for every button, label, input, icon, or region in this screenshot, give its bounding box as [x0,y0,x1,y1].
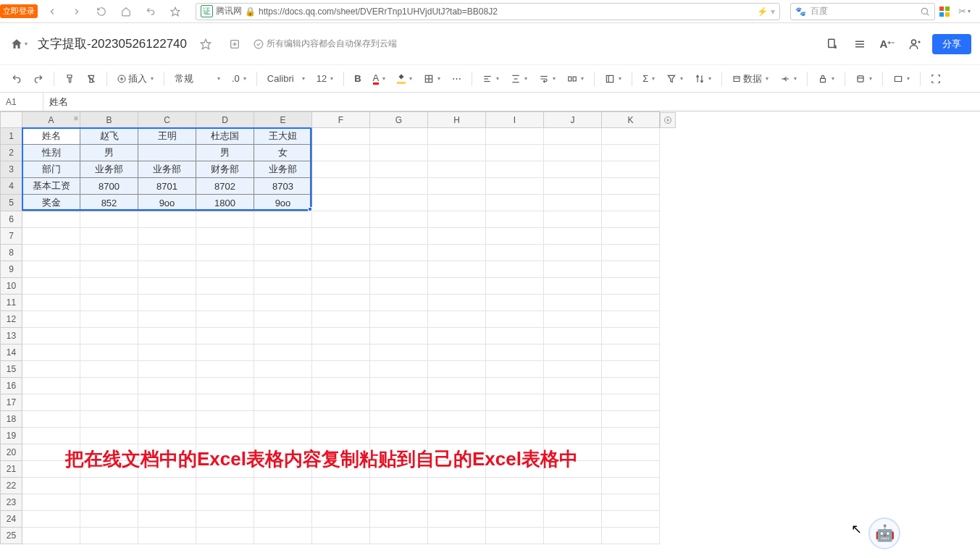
cell[interactable] [544,394,602,411]
cell[interactable] [22,228,80,245]
cell[interactable] [196,228,254,245]
row-header[interactable]: 16 [1,378,22,394]
cell[interactable] [602,444,660,461]
cell[interactable] [312,261,370,278]
format-painter-button[interactable] [60,69,79,89]
cell[interactable] [312,295,370,311]
cell[interactable] [312,128,370,145]
cell[interactable] [544,311,602,328]
row-header[interactable]: 22 [1,478,22,494]
cell[interactable] [138,361,196,378]
reload-button[interactable] [91,1,112,22]
row-header[interactable]: 1 [1,128,22,145]
cell[interactable] [80,261,138,278]
number-format-select[interactable]: 常规▾ [170,69,225,89]
cell[interactable] [544,411,602,428]
cell[interactable] [312,511,370,528]
url-dropdown[interactable]: ▾ [771,7,775,17]
row-header[interactable]: 25 [1,528,22,544]
cell[interactable] [602,195,660,211]
cell[interactable] [80,428,138,444]
cell[interactable] [196,261,254,278]
cell[interactable] [254,528,312,544]
cell[interactable] [370,494,428,511]
cell[interactable] [602,228,660,245]
cell[interactable]: 1800 [196,195,254,211]
cell[interactable] [196,511,254,528]
cell[interactable] [22,344,80,361]
cell[interactable] [370,528,428,544]
cell[interactable] [602,245,660,261]
filter-button[interactable]: ▾ [662,69,687,89]
text-style-button[interactable]: A⁺⁻ [877,34,897,54]
cell[interactable] [138,394,196,411]
cell[interactable] [486,278,544,295]
forward-button[interactable] [67,1,87,22]
cell[interactable] [544,145,602,161]
cell[interactable] [22,328,80,344]
cell[interactable] [254,494,312,511]
cell[interactable] [428,295,486,311]
cell[interactable] [22,411,80,428]
doc-home-button[interactable]: ▾ [9,34,29,54]
cell[interactable] [428,378,486,394]
cell[interactable] [486,195,544,211]
cell[interactable] [602,261,660,278]
cell[interactable] [602,211,660,228]
search-icon[interactable] [920,7,930,17]
cell[interactable] [196,394,254,411]
cell[interactable]: 部门 [22,161,80,178]
cell[interactable] [544,378,602,394]
cell[interactable] [312,195,370,211]
cell[interactable] [544,128,602,145]
cell[interactable] [80,478,138,494]
select-all-corner[interactable] [1,112,22,128]
cell[interactable] [602,461,660,478]
row-header[interactable]: 2 [1,145,22,161]
cell[interactable] [486,245,544,261]
column-header[interactable]: F [312,112,370,128]
merge-button[interactable]: ▾ [563,69,588,89]
cell[interactable] [428,278,486,295]
add-user-button[interactable] [905,34,925,54]
row-header[interactable]: 24 [1,511,22,528]
cell[interactable] [370,161,428,178]
cell[interactable] [370,195,428,211]
column-header[interactable]: K [602,112,660,128]
cell[interactable] [544,161,602,178]
cell[interactable] [138,511,196,528]
cell[interactable] [428,344,486,361]
cell[interactable] [80,411,138,428]
cell[interactable] [428,511,486,528]
cell[interactable] [254,211,312,228]
cell[interactable] [602,311,660,328]
cell[interactable] [370,344,428,361]
cell[interactable]: 王明 [138,128,196,145]
cell[interactable] [602,394,660,411]
font-size-select[interactable]: 12▾ [312,69,338,89]
sort-button[interactable]: ▾ [690,69,716,89]
cell[interactable] [312,228,370,245]
filter-icon[interactable]: ≡ [74,114,78,122]
cell[interactable] [544,295,602,311]
cell[interactable] [486,511,544,528]
column-header[interactable]: H [428,112,486,128]
cell[interactable]: 男 [196,145,254,161]
view-button[interactable]: ▾ [889,69,914,89]
cell[interactable] [22,511,80,528]
cell[interactable] [544,494,602,511]
cell[interactable] [196,428,254,444]
cell[interactable] [22,211,80,228]
cell[interactable] [428,228,486,245]
assistant-bubble[interactable]: 🤖 [868,517,900,549]
move-button[interactable] [225,34,245,54]
cell[interactable] [428,211,486,228]
row-header[interactable]: 9 [1,261,22,278]
sum-button[interactable]: Σ▾ [638,69,659,89]
cell[interactable] [544,178,602,195]
cell[interactable] [80,361,138,378]
cell[interactable] [602,295,660,311]
cell[interactable]: 8700 [80,178,138,195]
cell[interactable] [196,328,254,344]
cell[interactable] [428,528,486,544]
